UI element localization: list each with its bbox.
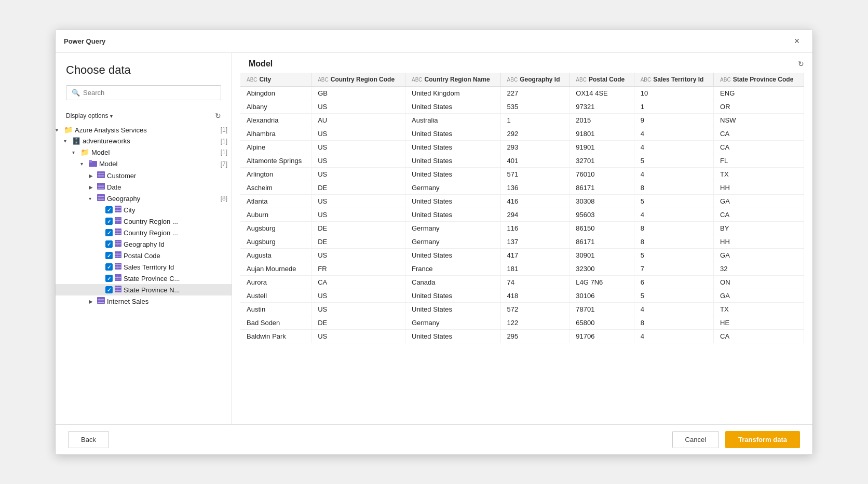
table-cell: Atlanta — [240, 195, 311, 208]
tree-item-label: City — [124, 206, 227, 214]
table-cell: 401 — [500, 154, 569, 168]
table-row[interactable]: AustinUSUnited States572787014TX — [240, 303, 804, 316]
svg-rect-3 — [97, 171, 105, 178]
svg-rect-55 — [117, 275, 117, 280]
table-cell: DE — [311, 316, 405, 330]
table-row[interactable]: AbingdonGBUnited Kingdom227OX14 4SE10ENG — [240, 87, 804, 100]
table-row[interactable]: Altamonte SpringsUSUnited States40132701… — [240, 154, 804, 168]
svg-rect-60 — [117, 286, 117, 292]
table-row[interactable]: AugsburgDEGermany137861718HH — [240, 235, 804, 249]
table-cell: HH — [714, 235, 804, 249]
transform-data-button[interactable]: Transform data — [725, 431, 800, 448]
right-refresh-button[interactable]: ↻ — [798, 60, 804, 68]
search-box[interactable]: 🔍 — [66, 85, 221, 100]
tree-item-postal-code[interactable]: Postal Code — [56, 250, 232, 261]
table-cell: 4 — [634, 141, 713, 154]
tree-item-geography-id[interactable]: Geography Id — [56, 238, 232, 250]
tree-item-label: Sales Territory Id — [124, 263, 227, 271]
table-header-postal-code[interactable]: ABCPostal Code — [569, 73, 634, 87]
tree-item-customer[interactable]: ▶Customer — [56, 170, 232, 181]
table-cell: DE — [311, 181, 405, 195]
table-cell: DE — [311, 235, 405, 249]
table-cell: OX14 4SE — [569, 87, 634, 100]
svg-rect-38 — [115, 243, 121, 244]
checkbox-icon[interactable] — [105, 252, 113, 259]
tree-item-state-province-c[interactable]: State Province C... — [56, 273, 232, 284]
table-row[interactable]: AlexandriaAUAustralia120159NSW — [240, 114, 804, 127]
checkbox-icon[interactable] — [105, 206, 113, 213]
table-header-geography-id[interactable]: ABCGeography Id — [500, 73, 569, 87]
back-button[interactable]: Back — [68, 431, 109, 448]
table-container[interactable]: ABCCityABCCountry Region CodeABCCountry … — [232, 73, 812, 424]
table-cell: Canada — [405, 276, 501, 289]
table-row[interactable]: AscheimDEGermany136861718HH — [240, 181, 804, 195]
table-cell: United States — [405, 208, 501, 222]
table-header-city[interactable]: ABCCity — [240, 73, 311, 87]
table-row[interactable]: AlbanyUSUnited States535973211OR — [240, 100, 804, 114]
table-row[interactable]: Baldwin ParkUSUnited States295917064CA — [240, 330, 804, 343]
cancel-button[interactable]: Cancel — [672, 431, 719, 448]
tree-item-model-item[interactable]: ▾Model[7] — [56, 158, 232, 170]
tree-item-count: [8] — [221, 195, 227, 202]
svg-rect-33 — [115, 232, 121, 232]
table-row[interactable]: AugustaUSUnited States417309015GA — [240, 249, 804, 262]
tree-item-city[interactable]: City — [56, 204, 232, 216]
table-cell: GA — [714, 195, 804, 208]
table-cell: 2015 — [569, 114, 634, 127]
checkbox-icon[interactable] — [105, 218, 113, 225]
checkbox-icon[interactable] — [105, 263, 113, 271]
table-row[interactable]: AlpineUSUnited States293919014CA — [240, 141, 804, 154]
table-row[interactable]: AuburnUSUnited States294956034CA — [240, 208, 804, 222]
tree-item-country-region-name[interactable]: Country Region ... — [56, 227, 232, 238]
table-row[interactable]: AlhambraUSUnited States292918014CA — [240, 127, 804, 141]
table-icon — [97, 194, 105, 203]
table-header-state-province-code[interactable]: ABCState Province Code — [714, 73, 804, 87]
table-cell: 8 — [634, 181, 713, 195]
close-button[interactable]: × — [790, 34, 804, 48]
table-cell: 8 — [634, 222, 713, 235]
table-cell: Auburn — [240, 208, 311, 222]
tree-item-adventureworks[interactable]: ▾🗄️adventureworks[1] — [56, 136, 232, 146]
table-cell: Germany — [405, 235, 501, 249]
tree-item-internet-sales[interactable]: ▶Internet Sales — [56, 295, 232, 307]
left-refresh-button[interactable]: ↻ — [215, 112, 221, 120]
search-input[interactable] — [83, 89, 215, 97]
tree-item-date[interactable]: ▶Date — [56, 181, 232, 193]
svg-rect-12 — [98, 188, 104, 189]
table-cell: Baldwin Park — [240, 330, 311, 343]
tree-item-country-region-code[interactable]: Country Region ... — [56, 216, 232, 227]
table-cell: BY — [714, 222, 804, 235]
table-cell: United States — [405, 249, 501, 262]
display-options-button[interactable]: Display options ▾ — [66, 112, 113, 119]
table-cell: NSW — [714, 114, 804, 127]
table-row[interactable]: AustellUSUnited States418301065GA — [240, 289, 804, 303]
svg-rect-9 — [97, 183, 105, 190]
svg-rect-40 — [117, 240, 117, 246]
chevron-icon: ▶ — [89, 173, 97, 179]
tree-item-sales-territory-id[interactable]: Sales Territory Id — [56, 261, 232, 273]
table-row[interactable]: ArlingtonUSUnited States571760104TX — [240, 168, 804, 181]
svg-rect-5 — [98, 175, 104, 176]
table-row[interactable]: AugsburgDEGermany116861508BY — [240, 222, 804, 235]
tree-item-geography[interactable]: ▾Geography[8] — [56, 193, 232, 204]
table-row[interactable]: Aujan MournedeFRFrance18132300732 — [240, 262, 804, 276]
checkbox-icon[interactable] — [105, 286, 113, 293]
checkbox-icon[interactable] — [105, 229, 113, 236]
tree-item-state-province-n[interactable]: State Province N... — [56, 284, 232, 295]
checkbox-icon[interactable] — [105, 275, 113, 282]
tree-item-count: [1] — [221, 149, 227, 156]
table-cell: 535 — [500, 100, 569, 114]
table-row[interactable]: AtlantaUSUnited States416303085GA — [240, 195, 804, 208]
table-row[interactable]: Bad SodenDEGermany122658008HE — [240, 316, 804, 330]
svg-rect-22 — [115, 207, 121, 208]
tree-item-model-folder[interactable]: ▾📁Model[1] — [56, 146, 232, 158]
table-header-sales-territory-id[interactable]: ABCSales Territory Id — [634, 73, 713, 87]
table-header-country-region-name[interactable]: ABCCountry Region Name — [405, 73, 501, 87]
tree-item-azure[interactable]: ▾📁Azure Analysis Services[1] — [56, 124, 232, 136]
table-header-country-region-code[interactable]: ABCCountry Region Code — [311, 73, 405, 87]
table-row[interactable]: AuroraCACanada74L4G 7N66ON — [240, 276, 804, 289]
table-cell: Augsburg — [240, 222, 311, 235]
table-cell: 97321 — [569, 100, 634, 114]
tree-area[interactable]: ▾📁Azure Analysis Services[1]▾🗄️adventure… — [56, 122, 232, 424]
checkbox-icon[interactable] — [105, 240, 113, 248]
